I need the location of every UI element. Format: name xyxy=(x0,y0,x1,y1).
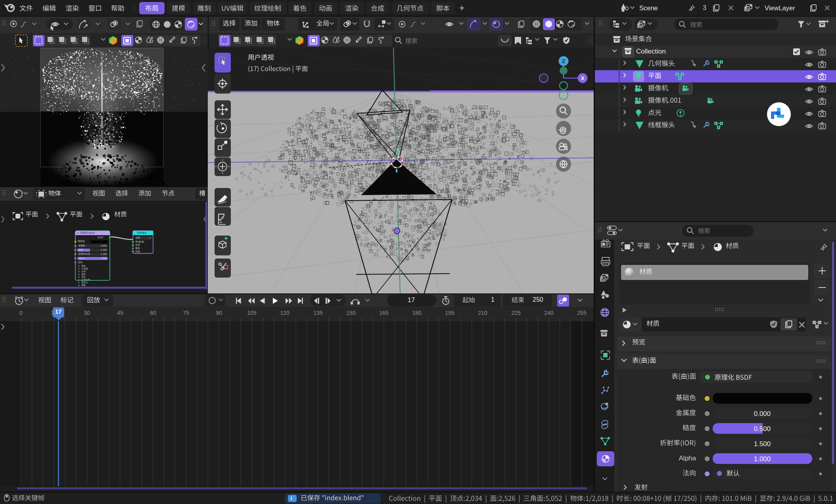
svg-text:X: X xyxy=(581,75,585,81)
svg-text:Z: Z xyxy=(562,58,565,64)
